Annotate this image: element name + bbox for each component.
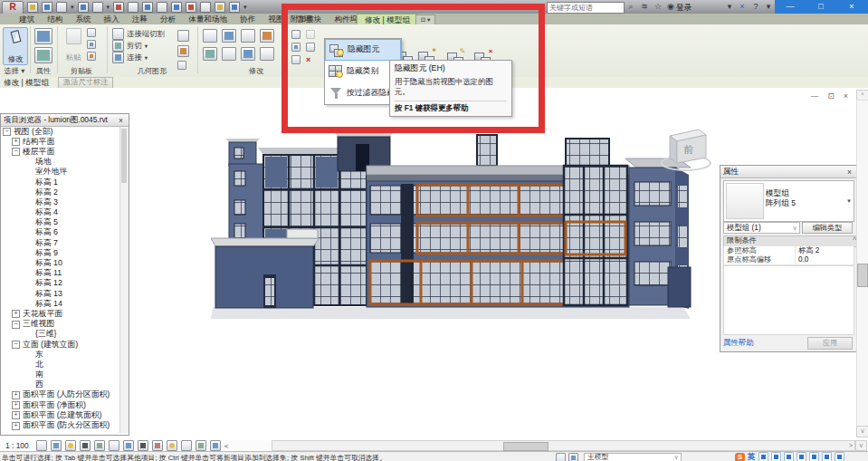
ime-keyboard-icon[interactable] xyxy=(796,452,806,461)
ribbon-tab[interactable]: 体量和场地 xyxy=(182,14,234,24)
close-hidden-windows-icon[interactable] xyxy=(215,2,225,13)
redo-icon[interactable] xyxy=(92,2,103,13)
project-browser-titlebar[interactable]: 项目浏览器 - lumion图.0045.rvt × xyxy=(1,114,129,127)
copy-tool-icon[interactable] xyxy=(222,47,236,61)
tree-item[interactable]: 标高 5 xyxy=(1,218,120,228)
undo-button-icon[interactable] xyxy=(78,2,89,13)
edit-type-button[interactable]: 编辑类型 xyxy=(802,222,853,234)
tree-item[interactable]: 标高 1 xyxy=(1,178,120,187)
modify-tool-button[interactable]: 修改 xyxy=(3,27,28,65)
search-box[interactable] xyxy=(547,2,625,14)
tree-item[interactable]: 面积平面 (人防分区面积) xyxy=(1,390,120,400)
join-end-cut-item[interactable]: 连接端切割 xyxy=(112,28,165,40)
help-icon[interactable]: ? xyxy=(750,2,761,12)
favorites-star-icon[interactable]: ☆ xyxy=(653,2,663,12)
tree-item[interactable]: 面积平面 (净面积) xyxy=(1,400,120,410)
menu-item-hide-elements[interactable]: 隐藏图元 xyxy=(325,39,401,61)
tree-item[interactable]: 标高 2 xyxy=(1,187,120,197)
match-properties-icon[interactable] xyxy=(87,52,96,61)
tree-expander-icon[interactable] xyxy=(12,422,20,430)
offset-icon[interactable] xyxy=(222,29,236,43)
analytical-model-icon[interactable] xyxy=(196,440,206,451)
design-options-icon[interactable] xyxy=(568,453,578,461)
tree-item[interactable]: 标高 9 xyxy=(1,248,120,258)
ime-skin-icon[interactable] xyxy=(822,452,832,461)
ribbon-tab[interactable]: 建筑 xyxy=(13,14,41,24)
tree-expander-icon[interactable] xyxy=(12,411,20,419)
tree-item[interactable]: 东 xyxy=(1,350,120,360)
paste-button[interactable]: 粘贴 xyxy=(63,28,83,62)
sync-icon[interactable] xyxy=(56,2,67,13)
switch-windows-icon[interactable] xyxy=(229,2,240,13)
lock-3d-view-icon[interactable] xyxy=(138,440,148,451)
properties-titlebar[interactable]: 属性 × xyxy=(720,166,857,178)
tree-item[interactable]: 面积平面 (防火分区面积) xyxy=(1,420,120,430)
ime-emoji-icon[interactable] xyxy=(771,452,781,461)
drawing-canvas[interactable]: — ⊡ × xyxy=(0,88,868,440)
crop-view-icon[interactable] xyxy=(109,440,119,451)
search-icon[interactable]: ⌕ xyxy=(625,2,636,12)
ribbon-tab[interactable]: 协作 xyxy=(234,14,262,24)
tree-item[interactable]: 标高 10 xyxy=(1,258,120,268)
tree-item[interactable]: 标高 11 xyxy=(1,269,120,279)
tree-item[interactable]: 标高 6 xyxy=(1,228,120,238)
communication-center-icon[interactable]: ≋ xyxy=(639,2,650,12)
move-icon[interactable] xyxy=(203,47,217,61)
copy-icon[interactable] xyxy=(87,40,96,49)
tree-expander-icon[interactable] xyxy=(12,148,20,156)
qat-customize-icon[interactable]: ▾ xyxy=(243,3,247,12)
measure-between-icon[interactable] xyxy=(291,30,300,39)
revit-app-menu-icon[interactable]: R xyxy=(2,1,24,14)
tree-expander-icon[interactable] xyxy=(12,341,20,349)
apply-button[interactable]: 应用 xyxy=(807,337,853,350)
param-row[interactable]: 原点标高偏移 0.0 xyxy=(723,255,854,265)
sun-path-icon[interactable] xyxy=(65,440,76,451)
tree-item[interactable]: 标高 7 xyxy=(1,238,120,248)
tree-item[interactable]: 三维视图 xyxy=(1,320,120,330)
tree-item[interactable]: 西 xyxy=(1,380,120,390)
align-icon[interactable] xyxy=(203,29,217,43)
reveal-hidden-elements-icon[interactable] xyxy=(167,440,177,451)
tree-item[interactable]: 标高 14 xyxy=(1,299,120,309)
scroll-corner-icon[interactable]: v xyxy=(855,440,867,451)
building-3d-model[interactable] xyxy=(211,131,692,323)
tree-expander-icon[interactable] xyxy=(12,401,20,409)
project-browser-scrollbar[interactable] xyxy=(119,127,129,433)
displacement-sets-icon[interactable] xyxy=(210,440,221,451)
trim-icon[interactable] xyxy=(260,47,274,61)
tree-item[interactable]: 标高 4 xyxy=(1,208,120,218)
dimension-icon[interactable] xyxy=(291,43,300,52)
ribbon-tab[interactable]: 附加模块 xyxy=(284,14,328,24)
join-geometry-item[interactable]: 连接 ▾ xyxy=(112,52,165,63)
ime-voice-icon[interactable] xyxy=(784,452,794,461)
visual-style-icon[interactable] xyxy=(51,440,62,451)
split-icon[interactable] xyxy=(260,29,274,43)
shadows-icon[interactable] xyxy=(80,440,91,451)
tree-item[interactable]: 标高 13 xyxy=(1,289,120,299)
select-panel-label[interactable]: 选择 ▾ xyxy=(0,66,29,76)
tree-expander-icon[interactable] xyxy=(12,391,20,399)
wall-joins-icon[interactable] xyxy=(177,45,189,57)
mirror-icon[interactable] xyxy=(241,29,255,43)
ribbon-tab[interactable]: 分析 xyxy=(154,14,182,24)
vertical-scrollbar[interactable]: ^ v xyxy=(856,90,867,437)
ribbon-tab[interactable]: 系统 xyxy=(69,14,97,24)
crop-region-icon[interactable] xyxy=(123,440,134,451)
ime-language-indicator[interactable]: 英 xyxy=(748,452,756,461)
tree-item[interactable]: 南 xyxy=(1,370,120,380)
detail-level-icon[interactable] xyxy=(36,440,47,451)
tree-item[interactable]: 室外地坪 xyxy=(1,168,120,178)
cut-icon[interactable] xyxy=(87,28,96,37)
help-dropdown-icon[interactable]: ▾ xyxy=(763,2,774,12)
tree-item[interactable]: 面积平面 (总建筑面积) xyxy=(1,410,120,420)
tree-expander-icon[interactable] xyxy=(3,128,11,136)
chevron-left-icon[interactable]: < xyxy=(224,442,229,450)
sogou-logo-icon[interactable]: S xyxy=(735,453,745,461)
open-icon[interactable] xyxy=(27,2,38,13)
temporary-view-properties-icon[interactable] xyxy=(181,440,192,451)
tree-item[interactable]: 北 xyxy=(1,360,120,370)
ribbon-tab[interactable]: 结构 xyxy=(41,14,69,24)
tree-item[interactable]: {三维} xyxy=(1,330,120,340)
scale-button[interactable]: 1 : 100 xyxy=(5,441,29,450)
properties-palette-icon[interactable] xyxy=(34,28,52,44)
